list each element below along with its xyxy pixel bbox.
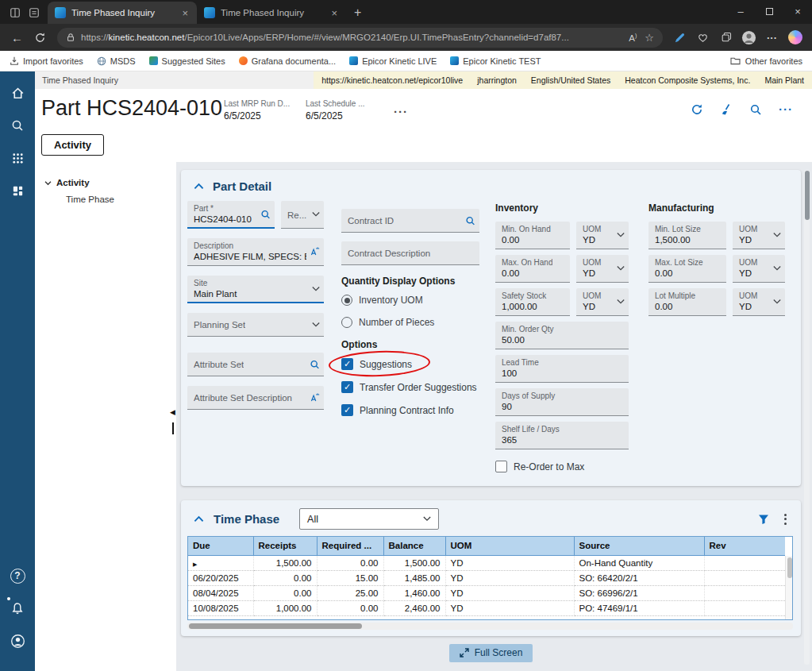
- main-vertical-scrollbar[interactable]: [804, 170, 810, 665]
- safety-stock-field[interactable]: Safety Stock 1,000.00: [495, 288, 570, 316]
- favorite-epicor-test[interactable]: Epicor Kinetic TEST: [450, 56, 541, 66]
- env-user[interactable]: jharrington: [477, 75, 517, 85]
- env-site[interactable]: Main Plant: [764, 75, 804, 85]
- chevron-down-icon[interactable]: [312, 212, 320, 218]
- chevron-down-icon[interactable]: [617, 266, 625, 272]
- grid-overflow-icon[interactable]: [783, 512, 788, 526]
- favorite-star-icon[interactable]: ☆: [645, 32, 654, 44]
- table-row[interactable]: 10/08/20251,000.000.002,460.00YDPO: 4746…: [188, 600, 785, 615]
- table-row[interactable]: ▶1,500.000.001,500.00YDOn-Hand Quantity: [188, 555, 785, 570]
- checkbox-checked-icon[interactable]: ✓: [341, 404, 353, 416]
- lead-time-field[interactable]: Lead Time 100: [495, 355, 629, 383]
- planning-set-field[interactable]: Planning Set: [187, 313, 324, 337]
- collections-icon[interactable]: [715, 27, 737, 48]
- favorite-import[interactable]: Import favorites: [10, 56, 83, 66]
- window-close-button[interactable]: ×: [783, 0, 812, 22]
- translate-icon[interactable]: [310, 392, 320, 403]
- radio-inventory-uom[interactable]: Inventory UOM: [341, 295, 479, 306]
- tab-close-icon[interactable]: ×: [329, 7, 339, 19]
- uom-field[interactable]: UOM YD: [733, 255, 785, 283]
- browser-tab-inactive[interactable]: Time Phased Inquiry ×: [197, 2, 346, 24]
- env-company[interactable]: Heatcon Composite Systems, Inc.: [625, 75, 750, 85]
- checkbox-planning-contract-info[interactable]: ✓ Planning Contract Info: [341, 404, 479, 416]
- back-icon[interactable]: ←: [6, 27, 28, 48]
- site-field[interactable]: Site Main Plant: [187, 276, 324, 303]
- uom-field[interactable]: UOM YD: [733, 288, 785, 316]
- collapse-chevron-icon[interactable]: [194, 183, 204, 190]
- site-info-icon[interactable]: [66, 33, 75, 42]
- radio-selected-icon[interactable]: [341, 295, 352, 306]
- days-of-supply-field[interactable]: Days of Supply 90: [495, 388, 629, 416]
- search-records-icon[interactable]: [749, 103, 762, 116]
- scrollbar-thumb[interactable]: [189, 623, 362, 629]
- copilot-icon[interactable]: [784, 27, 806, 48]
- settings-ellipsis-icon[interactable]: ···: [761, 27, 783, 48]
- chevron-down-icon[interactable]: [617, 233, 625, 238]
- revision-field[interactable]: Re...: [281, 201, 324, 229]
- min-lot-size-field[interactable]: Min. Lot Size 1,500.00: [648, 222, 726, 249]
- checkbox-transfer-order-suggestions[interactable]: ✓ Transfer Order Suggestions: [341, 381, 479, 393]
- favorite-grafana[interactable]: Grafana documenta...: [239, 56, 336, 66]
- search-icon[interactable]: [310, 359, 320, 369]
- edit-pencil-icon[interactable]: [669, 27, 691, 48]
- chevron-down-icon[interactable]: [773, 266, 781, 272]
- column-header-uom[interactable]: UOM: [445, 537, 574, 555]
- contract-id-field[interactable]: Contract ID: [341, 209, 479, 233]
- grid-vertical-scrollbar[interactable]: [785, 556, 792, 619]
- favorite-epicor-live[interactable]: Epicor Kinetic LIVE: [349, 56, 437, 66]
- collapse-chevron-icon[interactable]: [194, 515, 204, 523]
- full-screen-button[interactable]: Full Screen: [449, 644, 533, 662]
- uom-field[interactable]: UOM YD: [576, 222, 629, 249]
- minimize-button[interactable]: –: [726, 0, 755, 22]
- read-aloud-icon[interactable]: A): [629, 33, 637, 43]
- tab-close-icon[interactable]: ×: [180, 7, 190, 19]
- chevron-down-icon[interactable]: [312, 322, 320, 327]
- part-field[interactable]: Part * HCS2404-010: [187, 201, 275, 229]
- tab-activity[interactable]: Activity: [41, 134, 104, 156]
- column-header-receipts[interactable]: Receipts: [253, 537, 317, 555]
- browser-tab-active[interactable]: Time Phased Inquiry ×: [48, 2, 197, 24]
- panel-collapse-icon[interactable]: ◀: [170, 408, 175, 416]
- checkbox-checked-icon[interactable]: ✓: [341, 381, 353, 393]
- column-header-source[interactable]: Source: [574, 537, 704, 555]
- max-lot-size-field[interactable]: Max. Lot Size 0.00: [648, 255, 726, 283]
- help-icon[interactable]: ?: [6, 564, 29, 588]
- column-header-due[interactable]: Due: [188, 537, 253, 555]
- uom-field[interactable]: UOM YD: [733, 222, 785, 249]
- account-icon[interactable]: [6, 629, 29, 653]
- description-field[interactable]: Description ADHESIVE FILM, SPECS: BM: [187, 238, 324, 266]
- other-favorites[interactable]: Other favorites: [730, 56, 802, 66]
- refresh-icon[interactable]: [29, 27, 51, 48]
- column-header-required[interactable]: Required ...: [317, 537, 383, 555]
- uom-field[interactable]: UOM YD: [576, 288, 629, 316]
- search-icon[interactable]: [6, 114, 29, 137]
- favorite-msds[interactable]: MSDS: [97, 56, 136, 66]
- new-tab-button[interactable]: +: [354, 6, 361, 19]
- tab-actions-icon[interactable]: [29, 7, 40, 18]
- apps-grid-icon[interactable]: [6, 146, 29, 170]
- attribute-set-field[interactable]: Attribute Set: [187, 353, 324, 376]
- column-header-rev[interactable]: Rev: [704, 537, 785, 555]
- radio-number-of-pieces[interactable]: Number of Pieces: [341, 317, 479, 328]
- clear-broom-icon[interactable]: [720, 103, 733, 116]
- header-overflow-icon[interactable]: ···: [394, 105, 408, 118]
- shelf-life-field[interactable]: Shelf Life / Days 365: [495, 422, 629, 449]
- checkbox-reorder-to-max[interactable]: Re-Order to Max: [495, 461, 629, 472]
- env-locale[interactable]: English/United States: [531, 75, 610, 85]
- chevron-down-icon[interactable]: [312, 286, 320, 291]
- dashboard-tiles-icon[interactable]: [6, 179, 29, 202]
- uom-field[interactable]: UOM YD: [576, 255, 629, 283]
- chevron-down-icon[interactable]: [773, 233, 781, 238]
- translate-icon[interactable]: [310, 247, 320, 257]
- refresh-data-icon[interactable]: [691, 103, 703, 116]
- tree-item-activity[interactable]: Activity: [44, 178, 176, 187]
- home-icon[interactable]: [6, 81, 29, 105]
- filter-funnel-icon[interactable]: [758, 514, 769, 525]
- search-icon[interactable]: [465, 215, 475, 226]
- checkbox-checked-icon[interactable]: ✓: [341, 358, 353, 370]
- max-on-hand-field[interactable]: Max. On Hand 0.00: [495, 255, 570, 283]
- notifications-bell-icon[interactable]: [6, 596, 29, 620]
- min-order-qty-field[interactable]: Min. Order Qty 50.00: [495, 322, 629, 349]
- page-overflow-icon[interactable]: ···: [779, 106, 793, 114]
- radio-unselected-icon[interactable]: [341, 317, 352, 328]
